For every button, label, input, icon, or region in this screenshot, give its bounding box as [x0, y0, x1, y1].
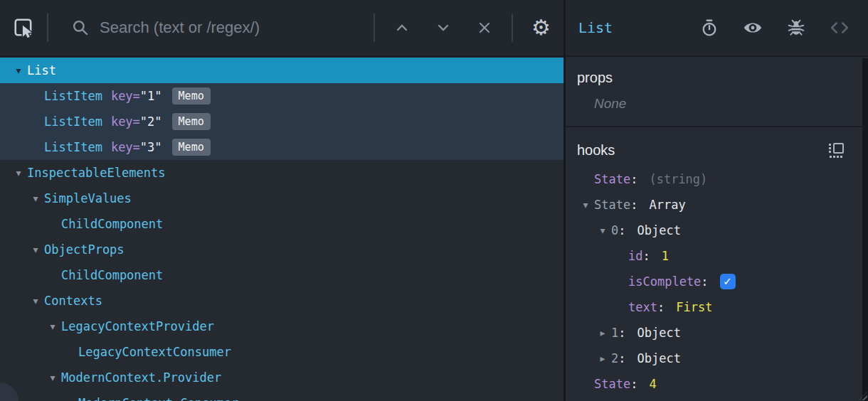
hook-name: isComplete [628, 274, 701, 289]
component-name: ListItem [44, 114, 102, 129]
props-empty-value: None [594, 96, 857, 112]
component-name: Contexts [44, 294, 102, 308]
tree-row[interactable]: ModernContext.Consumer [0, 390, 563, 401]
expand-caret-icon[interactable]: ▾ [27, 244, 44, 255]
toolbar-divider [512, 14, 513, 42]
expand-caret-icon[interactable]: ▾ [44, 321, 61, 332]
hook-value: Object [637, 223, 681, 237]
tree-row[interactable]: ▾List [0, 58, 563, 83]
hook-name: State [594, 172, 630, 186]
tree-row[interactable]: ▾InspectableElements [0, 160, 563, 186]
hook-value: Array [649, 198, 685, 212]
stopwatch-icon [700, 18, 719, 37]
component-name: ModernContext.Consumer [78, 396, 238, 401]
tree-row[interactable]: ▾LegacyContextProvider [0, 314, 563, 339]
tree-toolbar: ⚙ [0, 0, 563, 57]
expand-caret-icon[interactable]: ▾ [10, 65, 27, 76]
hook-row[interactable]: isComplete:✓ [566, 269, 868, 294]
key-attribute: key="1" [111, 89, 162, 103]
expand-caret-icon[interactable]: ▸ [594, 353, 611, 364]
toolbar-divider [374, 14, 375, 42]
component-name: ChildComponent [61, 268, 163, 282]
tree-row[interactable]: LegacyContextConsumer [0, 339, 563, 365]
search-icon [71, 18, 90, 37]
hook-name: State [594, 377, 630, 391]
tree-row[interactable]: ChildComponent [0, 211, 563, 237]
hooks-list: State:(string)▾State:Array▾0:Objectid:1i… [566, 166, 868, 401]
hook-value: Object [637, 326, 681, 340]
tree-row[interactable]: ▾Contexts [0, 288, 563, 314]
memo-badge: Memo [172, 139, 211, 156]
components-tree: ▾ListListItemkey="1"MemoListItemkey="2"M… [0, 57, 563, 401]
hook-value: Object [637, 351, 681, 365]
hook-row[interactable]: ▸2:Object [566, 346, 868, 371]
details-scrollbar[interactable] [862, 58, 868, 401]
hook-row[interactable]: ▸1:Object [566, 320, 868, 346]
props-label: props [577, 70, 857, 86]
hook-name: 2 [611, 351, 618, 365]
hook-value: 1 [662, 249, 669, 263]
hook-name: id [628, 249, 642, 263]
expand-caret-icon[interactable]: ▾ [27, 295, 44, 306]
component-name: ChildComponent [61, 217, 163, 231]
tree-row[interactable]: ChildComponent [0, 262, 563, 288]
component-name: ListItem [44, 89, 102, 103]
hook-row[interactable]: text:First [566, 294, 868, 320]
hook-row[interactable]: ▾0:Object [566, 218, 868, 243]
component-name: ModernContext.Provider [61, 370, 221, 385]
tree-row[interactable]: ListItemkey="3"Memo [0, 134, 563, 160]
tree-row[interactable]: ListItemkey="2"Memo [0, 109, 563, 134]
previous-result-button[interactable] [391, 16, 413, 39]
hooks-label: hooks [577, 142, 615, 159]
react-devtools-components-panel: ⚙ ▾ListListItemkey="1"MemoListItemkey="2… [0, 0, 868, 401]
memo-badge: Memo [172, 113, 211, 130]
select-element-icon [13, 17, 34, 38]
expand-caret-icon[interactable]: ▾ [577, 199, 594, 210]
components-tree-panel: ⚙ ▾ListListItemkey="1"MemoListItemkey="2… [0, 0, 563, 401]
chevron-up-icon [393, 19, 411, 36]
expand-caret-icon[interactable]: ▾ [27, 193, 44, 204]
hook-row[interactable]: State:4 [566, 371, 868, 397]
props-section: props None [566, 57, 868, 127]
tree-row[interactable]: ListItemkey="1"Memo [0, 83, 563, 109]
expand-caret-icon[interactable]: ▾ [10, 167, 27, 178]
hook-name: 0 [611, 223, 618, 237]
settings-button[interactable]: ⚙ [529, 14, 554, 41]
expand-caret-icon[interactable]: ▸ [594, 327, 611, 338]
parse-hook-names-button[interactable] [826, 140, 847, 161]
hook-name: 1 [611, 326, 618, 340]
checked-checkbox[interactable]: ✓ [720, 274, 736, 289]
view-source-button[interactable] [827, 16, 852, 40]
component-name: List [27, 63, 56, 77]
inspect-dom-button[interactable] [740, 15, 766, 41]
key-attribute: key="2" [111, 114, 162, 129]
next-result-button[interactable] [432, 16, 455, 39]
memo-badge: Memo [172, 87, 211, 105]
hook-value: 4 [649, 377, 656, 391]
log-to-console-button[interactable] [784, 16, 808, 40]
hook-row[interactable]: State:(string) [566, 166, 868, 192]
expand-caret-icon[interactable]: ▾ [44, 372, 61, 383]
hook-row[interactable]: id:1 [566, 243, 868, 269]
clear-search-button[interactable] [473, 16, 496, 39]
search-input[interactable] [100, 18, 364, 37]
tree-row[interactable]: ▾ModernContext.Provider [0, 365, 563, 390]
component-name: SimpleValues [44, 191, 132, 205]
hook-row[interactable]: Callback:ƒ () {} [566, 397, 868, 401]
hook-value: First [676, 300, 712, 314]
select-element-button[interactable] [10, 14, 37, 41]
component-name: LegacyContextConsumer [78, 345, 231, 359]
component-details-panel: List [566, 0, 868, 401]
suspense-toggle-button[interactable] [697, 16, 721, 40]
hook-value: (string) [649, 172, 707, 186]
component-name: ObjectProps [44, 242, 125, 257]
hook-name: State [594, 198, 630, 212]
tree-row[interactable]: ▾ObjectProps [0, 237, 563, 262]
toolbar-divider [47, 14, 48, 42]
component-name: ListItem [44, 140, 102, 154]
hook-row[interactable]: ▾State:Array [566, 192, 868, 218]
tree-row[interactable]: ▾SimpleValues [0, 186, 563, 211]
component-name: InspectableElements [27, 166, 165, 180]
details-header: List [566, 0, 868, 57]
expand-caret-icon[interactable]: ▾ [594, 225, 611, 236]
